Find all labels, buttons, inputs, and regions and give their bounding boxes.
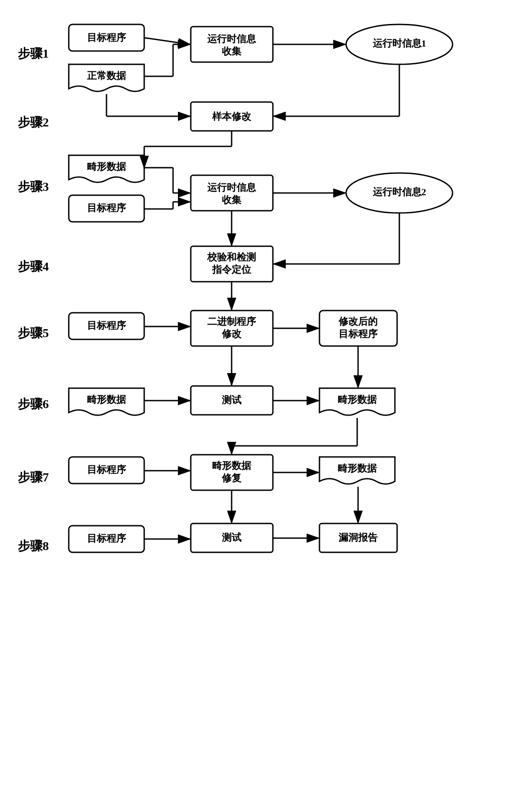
abnormal-data-3-text: 畸形数据 xyxy=(338,394,377,405)
verify-detect-text-2: 指令定位 xyxy=(212,264,252,275)
arrow-targetprog1-runtimecollect1 xyxy=(144,38,190,44)
abnormal-data-1-text: 畸形数据 xyxy=(87,161,126,172)
runtime-collect-1-text-2: 收集 xyxy=(222,46,242,57)
step7-label: 步骤7 xyxy=(18,470,49,484)
target-prog-2-text: 目标程序 xyxy=(87,202,126,213)
step4-label: 步骤4 xyxy=(18,260,49,273)
step3-label: 步骤3 xyxy=(18,180,49,193)
step5-label: 步骤5 xyxy=(18,326,49,340)
modified-target-text-1: 修改后的 xyxy=(338,316,378,327)
target-prog-4-text: 目标程序 xyxy=(87,464,126,475)
step2-label: 步骤2 xyxy=(18,115,49,129)
step1-label: 步骤1 xyxy=(18,47,49,60)
runtime-info-2-text: 运行时信息2 xyxy=(373,186,426,197)
runtime-info-1-text: 运行时信息1 xyxy=(373,38,426,49)
normal-data-text: 正常数据 xyxy=(87,70,126,81)
vuln-report-text: 漏洞报告 xyxy=(339,532,378,543)
abnormal-data-4-text: 畸形数据 xyxy=(338,463,377,474)
verify-detect-text-1: 校验和检测 xyxy=(207,252,256,263)
target-prog-3-text: 目标程序 xyxy=(87,320,126,331)
step8-label: 步骤8 xyxy=(18,539,49,553)
step6-label: 步骤6 xyxy=(18,397,49,411)
target-prog-5-text: 目标程序 xyxy=(87,533,126,544)
runtime-collect-2-text-2: 收集 xyxy=(222,194,242,205)
diagram-container: 步骤1 目标程序 正常数据 运行时信息 收集 运行时信息1 步骤2 样本修改 xyxy=(0,0,532,787)
sample-modify-text: 样本修改 xyxy=(212,111,252,122)
abnormal-data-2-text: 畸形数据 xyxy=(87,394,126,405)
runtime-collect-2-text-1: 运行时信息 xyxy=(207,182,256,193)
binary-modify-text-2: 修改 xyxy=(221,328,242,339)
runtime-collect-1-text-1: 运行时信息 xyxy=(207,33,256,44)
target-prog-1-text: 目标程序 xyxy=(87,32,126,43)
modified-target-text-2: 目标程序 xyxy=(339,328,378,339)
test-1-text: 测试 xyxy=(222,394,242,405)
abnormal-repair-text-1: 畸形数据 xyxy=(212,460,252,471)
abnormal-repair-text-2: 修复 xyxy=(221,472,242,484)
binary-modify-text-1: 二进制程序 xyxy=(207,316,256,327)
test-2-text: 测试 xyxy=(222,532,242,543)
